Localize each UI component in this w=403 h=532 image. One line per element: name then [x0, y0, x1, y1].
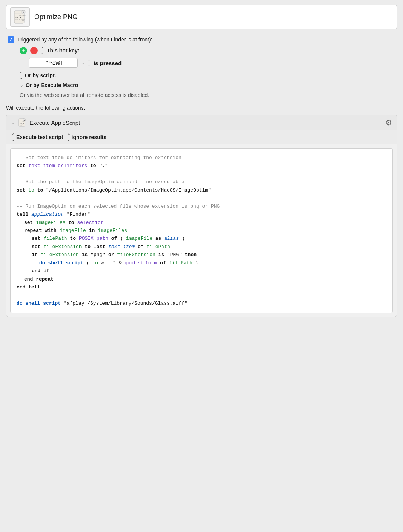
code-fileext-1: fileExtension: [40, 252, 78, 258]
svg-text:✦: ✦: [22, 11, 25, 14]
code-imagefile-2: imageFile: [126, 236, 152, 241]
is-pressed-arrows[interactable]: ⌃ ⌃: [88, 59, 91, 67]
code-text-item: text item: [108, 244, 135, 250]
code-if: if: [32, 252, 38, 258]
code-to-1: to: [90, 163, 96, 169]
code-line-16: do shell script "afplay /System/Library/…: [17, 299, 386, 307]
code-set-5: set: [32, 244, 40, 250]
code-val-png: "png": [91, 252, 105, 258]
action-title: Execute AppleScript: [29, 120, 80, 126]
code-as: as: [155, 236, 162, 241]
or-by-script-label: Or by script.: [25, 72, 56, 78]
header-bar: -- script set x tell app ✦ Optimize PNG: [6, 5, 397, 29]
code-of-2: of: [138, 244, 144, 250]
code-var-fileext: fileExtension: [43, 244, 82, 250]
code-set-4: set: [32, 236, 40, 241]
execute-text-script-label: Execute text script: [16, 134, 63, 140]
trigger-checkbox-row: Triggered by any of the following (when …: [8, 36, 397, 43]
svg-text:tell: tell: [20, 124, 23, 126]
code-do-shell-2: do shell script: [17, 300, 61, 306]
macro-title: Optimize PNG: [34, 13, 78, 21]
code-line-2: set text item delimiters to ".": [17, 162, 386, 170]
code-set-3: set: [24, 220, 33, 225]
code-repeat: repeat with: [24, 228, 57, 233]
code-var-delimiters: text item delimiters: [28, 163, 87, 169]
gear-icon[interactable]: ⚙: [385, 118, 392, 127]
code-comment-2: -- Set the path to the ImageOptim comman…: [17, 179, 185, 185]
will-execute-label: Will execute the following actions:: [6, 105, 397, 111]
sort-trigger-arrows[interactable]: ⌃ ⌃: [41, 47, 44, 54]
remove-trigger-button[interactable]: [30, 47, 38, 54]
code-line-6: tell application "Finder": [17, 210, 386, 218]
code-var-imagefiles: imageFiles: [36, 220, 65, 225]
code-fileext-2: fileExtension: [117, 252, 155, 258]
macro-icon: -- script set x tell app ✦: [10, 7, 30, 27]
code-line-14: end repeat: [24, 275, 386, 283]
code-is-2: is: [158, 252, 165, 258]
hotkey-section-label: This hot key:: [47, 48, 79, 54]
code-area[interactable]: -- Set text item delimiters for extracti…: [10, 148, 393, 313]
code-line-9: set filePath to POSIX path of ( imageFil…: [32, 235, 386, 242]
code-to-last: to last: [85, 244, 105, 250]
code-do-shell: do shell script: [39, 260, 83, 266]
hotkey-row: ⌃ ⌃ This hot key:: [20, 47, 397, 54]
add-trigger-button[interactable]: [20, 47, 27, 54]
ignore-results-item[interactable]: ⌃ ⌃ ignore results: [67, 133, 107, 141]
ignore-results-label: ignore results: [72, 134, 107, 140]
trigger-checkbox[interactable]: [8, 36, 14, 43]
or-by-execute-macro-label: Or by Execute Macro: [26, 82, 78, 88]
code-line-3: -- Set the path to the ImageOptim comman…: [17, 178, 386, 186]
script-arrows[interactable]: ⌃ ⌃: [20, 72, 23, 79]
action-card: ⌄ -- sc set x tell ✦ Execute AppleScript…: [6, 115, 397, 317]
hotkey-dropdown-arrow[interactable]: ⌄: [81, 60, 85, 66]
code-to-3: to: [68, 220, 74, 225]
code-var-imagefiles-2: imageFiles: [98, 228, 127, 233]
code-val-afplay: "afplay /System/Library/Sounds/Glass.aif…: [64, 300, 188, 306]
hotkey-input-row: ⌃⌥⌘I ⌄ ⌃ ⌃ is pressed: [29, 58, 397, 68]
code-io-2: io: [92, 260, 98, 266]
hotkey-input[interactable]: ⌃⌥⌘I: [29, 58, 78, 68]
execute-macro-collapse-arrow[interactable]: ⌄: [20, 83, 23, 88]
code-posix: POSIX path: [79, 236, 108, 241]
execute-text-script-item[interactable]: ⌃ ⌃ Execute text script: [12, 133, 63, 141]
code-selection: selection: [77, 220, 103, 225]
code-application: application: [31, 212, 64, 217]
action-header: ⌄ -- sc set x tell ✦ Execute AppleScript…: [6, 115, 397, 130]
code-line-15: end tell: [17, 283, 386, 291]
trigger-section: Triggered by any of the following (when …: [6, 35, 397, 105]
code-filepath-2: filePath: [146, 244, 170, 250]
code-line-1: -- Set text item delimiters for extracti…: [17, 154, 386, 162]
code-endif: end if: [32, 268, 49, 274]
code-var-io: io: [28, 187, 34, 193]
svg-text:✦: ✦: [23, 120, 25, 121]
code-var-filepath: filePath: [43, 236, 67, 241]
action-subheader: ⌃ ⌃ Execute text script ⌃ ⌃ ignore resul…: [6, 130, 397, 144]
execute-script-arrows[interactable]: ⌃ ⌃: [12, 133, 15, 141]
applescript-icon: -- sc set x tell ✦: [18, 118, 26, 127]
code-var-imagefile: imageFile: [60, 228, 86, 233]
code-set-1: set: [17, 163, 25, 169]
code-line-11: if fileExtension is "png" or fileExtensi…: [32, 251, 386, 259]
action-header-left: ⌄ -- sc set x tell ✦ Execute AppleScript: [11, 118, 80, 127]
code-line-5: -- Run ImageOptim on each selected file …: [17, 202, 386, 210]
code-alias: alias: [164, 236, 179, 241]
code-in: in: [89, 228, 95, 233]
or-by-script-row[interactable]: ⌃ ⌃ Or by script.: [20, 72, 397, 79]
code-to-2: to: [37, 187, 43, 193]
or-by-execute-macro-row[interactable]: ⌄ Or by Execute Macro: [20, 82, 397, 88]
code-set-2: set: [17, 187, 25, 193]
code-is-1: is: [82, 252, 88, 258]
action-collapse-arrow[interactable]: ⌄: [11, 120, 15, 126]
ignore-results-arrows[interactable]: ⌃ ⌃: [67, 133, 70, 141]
code-line-10: set fileExtension to last text item of f…: [32, 243, 386, 251]
code-of-3: of: [160, 260, 166, 266]
code-or: or: [108, 252, 114, 258]
code-comment-1: -- Set text item delimiters for extracti…: [17, 155, 182, 161]
code-quoted: quoted form: [125, 260, 157, 266]
code-then: then: [185, 252, 197, 258]
code-line-7: set imageFiles to selection: [24, 219, 386, 227]
is-pressed-label: is pressed: [94, 60, 122, 66]
code-to-4: to: [70, 236, 76, 241]
code-of-1: of: [111, 236, 117, 241]
code-comment-3: -- Run ImageOptim on each selected file …: [17, 204, 220, 209]
